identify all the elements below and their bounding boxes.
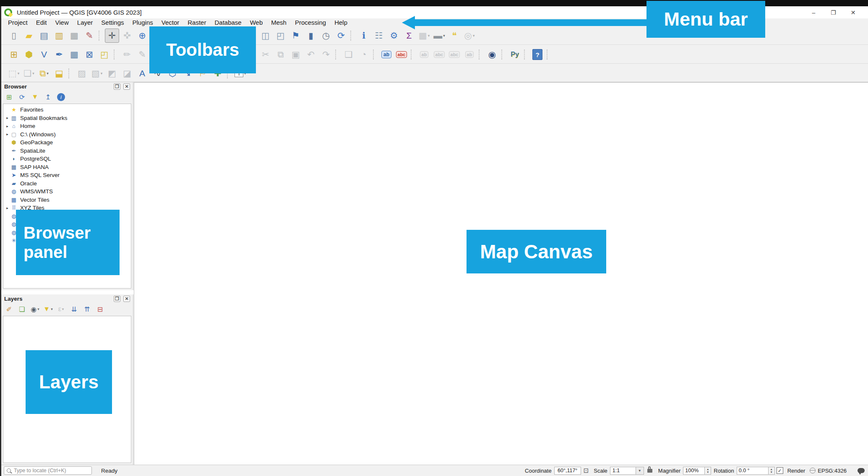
current-edits-button[interactable]: ✏ [120,47,134,62]
browser-tree-item[interactable]: ▦ SAP HANA [3,163,131,172]
layer-labeling-button[interactable]: ab [379,47,394,62]
help-contents-button[interactable]: ? [530,47,545,62]
extents-toggle-icon[interactable]: ⊡ [584,467,589,474]
rotate-label-button[interactable]: ab [462,47,477,62]
messages-icon[interactable] [858,468,865,473]
expand-all-layers-button[interactable]: ⇊ [68,304,80,315]
move-feature-button[interactable]: ▧▾ [90,66,104,81]
menu-layer[interactable]: Layer [73,19,97,26]
open-layer-styling-button[interactable]: ✐ [3,304,15,315]
nominatim-search-button[interactable]: ◎▾ [462,29,477,43]
menu-plugins[interactable]: Plugins [128,19,157,26]
menu-processing[interactable]: Processing [291,19,330,26]
statistical-summary-button[interactable]: ☷ [372,29,386,43]
copy-features-button[interactable]: ⧉ [274,47,288,62]
menu-web[interactable]: Web [246,19,267,26]
identify-features-button[interactable]: ℹ [357,29,371,43]
toggle-editing-button[interactable]: ✎ [135,47,149,62]
reshape-features-button[interactable]: ◪ [120,66,134,81]
deselect-features-button[interactable]: ⧉▾ [37,66,51,81]
properties-button[interactable]: i [55,91,67,102]
new-virtual-layer-button[interactable]: ▦ [67,47,81,62]
map-tips-button[interactable]: ❝ [447,29,461,43]
lock-scale-icon[interactable] [647,469,652,473]
menu-settings[interactable]: Settings [97,19,128,26]
open-project-button[interactable]: ▰ [22,29,36,43]
layer-labeling-rules-button[interactable]: abc [394,47,409,62]
new-spatialite-layer-button[interactable]: ✒ [52,47,66,62]
manage-map-themes-button[interactable]: ◉▾ [29,304,41,315]
new-mesh-layer-button[interactable]: ⊠ [82,47,96,62]
map-canvas[interactable] [134,82,868,465]
refresh-map-button[interactable]: ⟳ [334,29,348,43]
render-checkbox[interactable] [777,467,783,474]
coordinate-input[interactable]: 60°,117° [554,467,581,475]
pan-map-button[interactable]: ✛ [105,29,119,43]
pin-labels-button[interactable]: ab [417,47,431,62]
browser-tree-item[interactable]: ▸ ⌂ Home [3,122,131,130]
filter-by-expression-button[interactable]: ε▾ [55,304,67,315]
field-calculator-button[interactable]: ▨ [75,66,89,81]
menu-help[interactable]: Help [330,19,352,26]
select-by-value-button[interactable]: ❏▾ [22,66,36,81]
show-layout-manager-button[interactable]: ▦ [67,29,81,43]
menu-project[interactable]: Project [4,19,32,26]
new-map-view-button[interactable]: ◫ [258,29,273,43]
open-data-source-manager-button[interactable]: ⊞ [7,47,21,62]
new-shapefile-layer-button[interactable]: V [37,47,51,62]
new-project-button[interactable]: ▯ [7,29,21,43]
minimize-button[interactable]: – [804,9,824,16]
menu-raster[interactable]: Raster [183,19,210,26]
close-panel-icon[interactable]: ✕ [123,83,130,90]
pan-to-selection-button[interactable]: ✜ [120,29,134,43]
browser-tree-item[interactable]: ⬢ GeoPackage [3,138,131,147]
split-features-button[interactable]: ◩ [105,66,119,81]
new-spatial-bookmark-button[interactable]: ⚑ [289,29,303,43]
annotation-text-button[interactable]: A [135,66,149,81]
redo-button[interactable]: ↷ [319,47,333,62]
menu-mesh[interactable]: Mesh [267,19,291,26]
save-project-button[interactable]: ▤ [37,29,51,43]
filter-legend-button[interactable]: ▼▾ [42,304,54,315]
labeling-options-button[interactable]: ❑ [341,47,356,62]
new-3d-map-view-button[interactable]: ◰ [274,29,288,43]
undo-button[interactable]: ↶ [304,47,318,62]
new-annotation-layer-button[interactable]: ◰ [97,47,112,62]
magnifier-spinner[interactable]: ▲▼ [705,467,711,475]
cut-features-button[interactable]: ✂ [258,47,273,62]
rotation-spinner[interactable]: ▲▼ [769,467,775,475]
open-attribute-table-button[interactable]: ▦▾ [417,29,431,43]
processing-toolbox-button[interactable]: ⚙ [387,29,401,43]
add-selected-layers-button[interactable]: ⊞ [3,91,15,102]
new-print-layout-button[interactable]: ▥ [52,29,66,43]
browser-tree-item[interactable]: ▸ ▢ C:\ (Windows) [3,130,131,139]
collapse-all-button[interactable]: ↥ [42,91,54,102]
locator-input[interactable]: Type to locate (Ctrl+K) [4,466,92,475]
select-by-location-button[interactable]: ⬓ [52,66,66,81]
menu-vector[interactable]: Vector [157,19,184,26]
move-label-button[interactable]: abc [447,47,461,62]
browser-tree-item[interactable]: ▦ Vector Tiles [3,196,131,204]
magnifier-input[interactable]: 100% [683,467,705,475]
menu-database[interactable]: Database [210,19,245,26]
float-panel-icon[interactable]: ❐ [114,296,120,302]
menu-edit[interactable]: Edit [32,19,51,26]
paste-features-button[interactable]: ▣ [289,47,303,62]
close-panel-icon[interactable]: ✕ [123,296,130,302]
show-spatial-bookmarks-button[interactable]: ▮ [304,29,318,43]
scale-combobox[interactable]: 1:1 ▼ [610,467,644,475]
show-statistics-button[interactable]: Σ [402,29,416,43]
float-panel-icon[interactable]: ❐ [114,83,120,90]
temporal-controller-button[interactable]: ◷ [319,29,333,43]
new-geopackage-layer-button[interactable]: ⬢ [22,47,36,62]
crs-status[interactable]: EPSG:4326 [818,468,847,474]
close-button[interactable]: ✕ [843,9,863,16]
browser-tree-item[interactable]: ▰ Oracle [3,179,131,188]
maximize-button[interactable]: ❐ [824,9,843,16]
browser-tree-item[interactable]: ★ Favorites [3,106,131,114]
filter-browser-button[interactable]: ▼ [29,91,41,102]
add-group-button[interactable]: ❏ [16,304,28,315]
expand-arrow-icon[interactable]: ▸ [6,116,8,120]
browser-tree-item[interactable]: ◗ PostgreSQL [3,155,131,163]
browser-tree-item[interactable]: ✒ SpatiaLite [3,147,131,155]
